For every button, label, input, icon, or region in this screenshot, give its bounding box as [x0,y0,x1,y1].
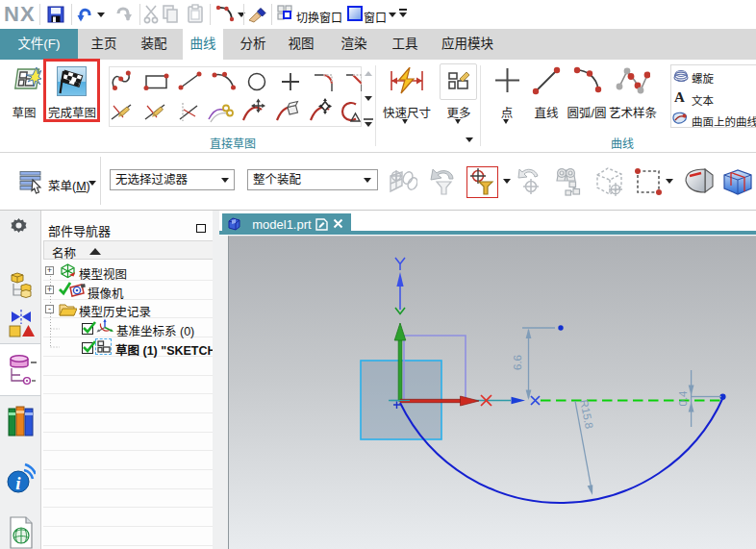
svg-text:6.6: 6.6 [512,355,523,370]
svg-text:R15.8: R15.8 [578,399,595,430]
svg-text:0.4: 0.4 [677,390,689,407]
svg-text:i: i [15,473,21,493]
